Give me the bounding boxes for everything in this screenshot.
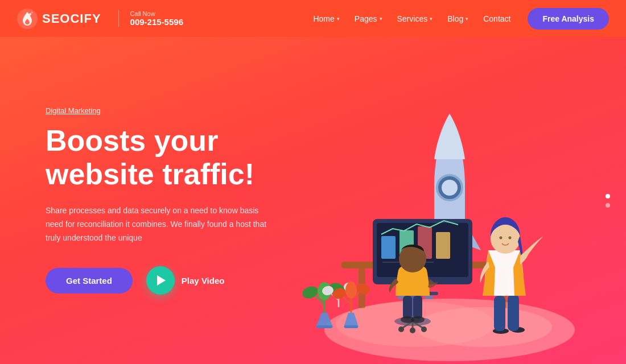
play-triangle-icon <box>157 275 166 286</box>
svg-rect-32 <box>403 296 412 318</box>
svg-point-60 <box>500 237 503 239</box>
svg-rect-33 <box>413 296 422 318</box>
svg-point-5 <box>415 307 552 347</box>
logo-icon <box>17 9 38 29</box>
svg-rect-57 <box>494 296 505 331</box>
hero-section: Digital Marketing Boosts your website tr… <box>0 37 626 364</box>
get-started-button[interactable]: Get Started <box>46 268 133 293</box>
svg-rect-14 <box>381 236 396 259</box>
svg-point-61 <box>509 237 512 239</box>
svg-point-29 <box>421 326 427 332</box>
carousel-dots <box>606 194 610 208</box>
svg-point-30 <box>410 328 415 333</box>
nav-links: Home ▾ Pages ▾ Services ▾ Blog ▾ Contact <box>307 10 516 28</box>
call-number: 009-215-5596 <box>130 17 183 27</box>
hero-tag: Digital Marketing <box>46 106 296 115</box>
svg-rect-36 <box>316 325 332 328</box>
svg-rect-58 <box>508 295 519 331</box>
logo-link[interactable]: SEOCIFY <box>17 9 101 29</box>
chevron-down-icon: ▾ <box>337 16 340 22</box>
play-circle-icon <box>146 266 175 295</box>
nav-item-services[interactable]: Services ▾ <box>392 10 439 28</box>
play-video-label: Play Video <box>182 276 225 286</box>
svg-point-1 <box>29 13 31 15</box>
svg-rect-24 <box>425 296 434 299</box>
svg-point-7 <box>442 180 458 196</box>
nav-item-pages[interactable]: Pages ▾ <box>349 10 388 28</box>
svg-point-54 <box>345 282 357 299</box>
svg-point-28 <box>398 326 404 332</box>
navbar: SEOCIFY Call Now 009-215-5596 Home ▾ Pag… <box>0 0 626 37</box>
call-area: Call Now 009-215-5596 <box>118 10 183 27</box>
hero-content: Digital Marketing Boosts your website tr… <box>0 106 296 295</box>
play-video-button[interactable]: Play Video <box>146 266 225 295</box>
hero-title: Boosts your website traffic! <box>46 124 296 192</box>
svg-point-35 <box>411 316 425 323</box>
chevron-down-icon: ▾ <box>380 16 382 22</box>
hero-actions: Get Started Play Video <box>46 266 296 295</box>
nav-item-contact[interactable]: Contact <box>477 10 516 28</box>
chevron-down-icon: ▾ <box>466 16 468 22</box>
hero-illustration <box>273 68 592 364</box>
call-label: Call Now <box>130 10 183 17</box>
illustration-svg <box>273 68 592 364</box>
dot-1[interactable] <box>606 194 610 198</box>
svg-rect-17 <box>436 232 450 259</box>
svg-rect-48 <box>344 325 358 328</box>
hero-description: Share processes and data securely on a n… <box>46 204 273 245</box>
nav-item-blog[interactable]: Blog ▾ <box>442 10 474 28</box>
logo-text: SEOCIFY <box>42 11 101 26</box>
free-analysis-button[interactable]: Free Analysis <box>528 8 609 30</box>
chevron-down-icon: ▾ <box>430 16 433 22</box>
svg-point-2 <box>31 11 32 13</box>
nav-item-home[interactable]: Home ▾ <box>307 10 345 28</box>
dot-2[interactable] <box>606 203 610 208</box>
